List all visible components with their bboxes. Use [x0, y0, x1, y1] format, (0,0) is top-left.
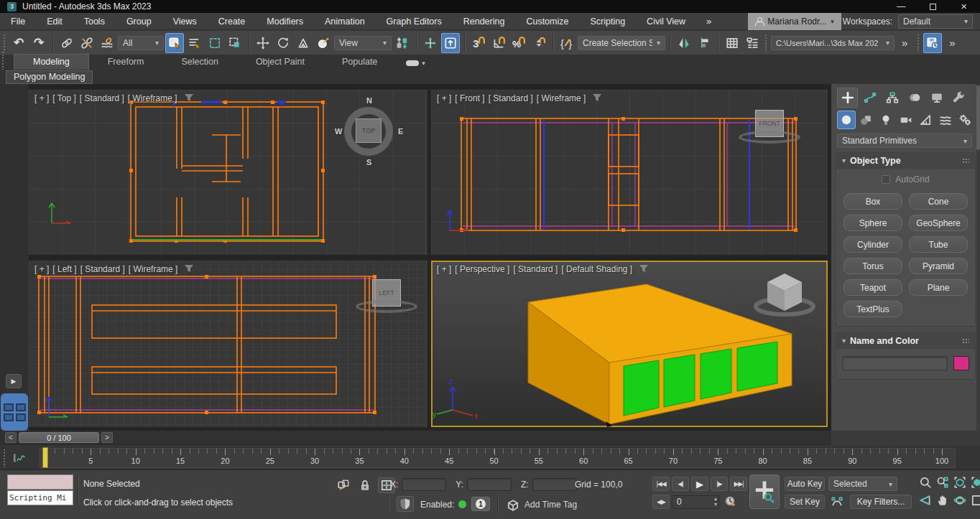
undo-button[interactable]: ↶ — [9, 33, 28, 53]
auto-key-toggle[interactable]: Auto Key — [785, 477, 825, 491]
zoom-extents-all-button[interactable] — [969, 474, 980, 491]
name-color-rollout-header[interactable]: ▾ Name and Color — [836, 333, 975, 349]
viewport-top[interactable]: [ + ] [ Top ] [ Standard ] [ Wireframe ] — [29, 90, 427, 255]
object-type-tube-button[interactable]: Tube — [909, 236, 968, 253]
vp-front-menu-pov[interactable]: [ Front ] — [455, 93, 484, 103]
select-by-name-button[interactable] — [185, 33, 204, 53]
viewport-layout-expand-button[interactable]: ▶ — [6, 374, 22, 388]
rectangular-selection-region-button[interactable] — [205, 33, 224, 53]
toolbar-overflow-chevron[interactable]: » — [896, 37, 914, 49]
use-pivot-point-center-button[interactable] — [393, 33, 412, 53]
viewport-front[interactable]: [ + ] [ Front ] [ Standard ] [ Wireframe… — [431, 90, 828, 255]
mirror-button[interactable] — [675, 33, 693, 53]
toolbar-overflow-chevron[interactable]: » — [943, 37, 961, 49]
object-type-teapot-button[interactable]: Teapot — [843, 279, 902, 296]
maximize-button[interactable] — [930, 4, 936, 10]
vp-front-menu-renderer[interactable]: [ Standard ] — [489, 93, 533, 103]
zoom-button[interactable] — [917, 474, 933, 491]
angle-snap-toggle[interactable] — [489, 33, 508, 53]
y-coordinate-input[interactable] — [467, 478, 512, 491]
spinner-snap-toggle[interactable] — [530, 33, 548, 53]
previous-frame-button[interactable]: < — [5, 432, 17, 443]
vp-top-menu-general[interactable]: [ + ] — [34, 93, 49, 103]
subtab-helpers[interactable] — [916, 111, 935, 129]
unlink-icon[interactable] — [78, 33, 96, 53]
select-and-move-button[interactable] — [254, 33, 272, 53]
filter-funnel-icon[interactable] — [592, 93, 602, 102]
bind-to-spacewarp-icon[interactable] — [98, 33, 116, 53]
vp-top-menu-renderer[interactable]: [ Standard ] — [80, 93, 124, 103]
top-viewcube[interactable]: TOP N S E W — [334, 97, 406, 169]
vp-persp-menu-shading[interactable]: [ Default Shading ] — [561, 264, 632, 274]
object-type-geosphere-button[interactable]: GeoSphere — [909, 215, 968, 231]
menu-item-graph-editors[interactable]: Graph Editors — [376, 13, 453, 30]
subtab-lights[interactable] — [877, 111, 895, 129]
select-link-icon[interactable] — [57, 33, 76, 53]
object-type-textplus-button[interactable]: TextPlus — [843, 301, 902, 317]
select-object-button[interactable] — [165, 33, 184, 53]
workspace-combo[interactable]: Default▾ — [898, 14, 973, 29]
isolate-selection-toggle[interactable] — [335, 477, 352, 493]
vp-front-menu-shading[interactable]: [ Wireframe ] — [537, 93, 586, 103]
vp-persp-menu-general[interactable]: [ + ] — [437, 264, 451, 274]
zoom-all-button[interactable] — [934, 474, 951, 491]
selected-key-mode-combo[interactable]: Selected▾ — [828, 477, 897, 491]
edit-named-selection-sets-button[interactable]: {} — [558, 33, 576, 53]
project-folder-combo[interactable]: C:\Users\Mari...\3ds Max 202▾ — [771, 36, 895, 50]
current-frame-input[interactable]: 0 ▴▾ — [672, 495, 719, 509]
menu-item-modifiers[interactable]: Modifiers — [256, 13, 314, 30]
save-scene-increment-button[interactable] — [923, 33, 942, 53]
object-type-sphere-button[interactable]: Sphere — [843, 215, 902, 231]
toggle-layer-explorer-button[interactable] — [743, 33, 762, 53]
tab-hierarchy[interactable] — [882, 88, 902, 108]
tab-motion[interactable] — [904, 88, 925, 108]
vp-left-menu-renderer[interactable]: [ Standard ] — [80, 264, 125, 274]
set-keys-button[interactable] — [749, 474, 780, 509]
filter-funnel-icon[interactable] — [639, 264, 649, 273]
object-name-input[interactable] — [842, 356, 948, 370]
ribbon-minimize-button[interactable]: ▾ — [406, 60, 425, 70]
menu-overflow-chevron[interactable]: » — [696, 16, 722, 27]
select-and-scale-button[interactable] — [294, 33, 313, 53]
subtab-cameras[interactable] — [897, 111, 915, 129]
subtab-spacewarps[interactable] — [936, 111, 955, 129]
primitive-category-combo[interactable]: Standard Primitives▾ — [837, 134, 972, 148]
time-tag-cube-icon[interactable] — [504, 497, 522, 513]
user-account-menu[interactable]: Mariana Rodr... ▾ — [748, 13, 841, 30]
adaptive-degradation-toggle[interactable] — [397, 496, 414, 512]
select-and-rotate-button[interactable] — [274, 33, 292, 53]
tab-create[interactable] — [837, 88, 858, 108]
autogrid-checkbox[interactable] — [882, 175, 890, 184]
object-type-plane-button[interactable]: Plane — [909, 279, 968, 296]
command-panel-scrollbar[interactable] — [976, 84, 980, 431]
viewport-left[interactable]: [ + ] [ Left ] [ Standard ] [ Wireframe … — [29, 261, 427, 427]
vp-front-menu-general[interactable]: [ + ] — [437, 93, 451, 103]
current-frame-marker[interactable] — [42, 447, 48, 468]
redo-button[interactable]: ↷ — [29, 33, 48, 53]
vp-top-menu-pov[interactable]: [ Top ] — [52, 93, 75, 103]
snap-toggle-3d-button[interactable]: 3 — [469, 33, 488, 53]
subtab-geometry[interactable] — [837, 111, 856, 129]
vp-top-menu-shading[interactable]: [ Wireframe ] — [128, 93, 177, 103]
object-type-torus-button[interactable]: Torus — [843, 258, 902, 274]
toolbar-drag-handle[interactable] — [917, 34, 920, 52]
front-viewcube[interactable]: FRONT — [739, 110, 800, 144]
toolbar-drag-handle[interactable] — [3, 34, 6, 52]
previous-frame-playback-button[interactable]: ◀| — [672, 477, 689, 491]
maximize-viewport-toggle[interactable] — [969, 492, 980, 509]
menu-item-edit[interactable]: Edit — [36, 13, 73, 30]
menu-item-customize[interactable]: Customize — [515, 13, 579, 30]
set-key-toggle[interactable]: Set Key — [785, 495, 825, 509]
key-filters-button[interactable]: Key Filters... — [850, 495, 912, 509]
select-and-manipulate-button[interactable] — [421, 33, 440, 53]
toolbar-drag-handle[interactable] — [764, 34, 768, 52]
toggle-scene-explorer-button[interactable] — [723, 33, 741, 53]
tab-utilities[interactable] — [948, 88, 969, 108]
select-and-place-button[interactable] — [314, 33, 333, 53]
reference-coordinate-combo[interactable]: View▾ — [334, 36, 392, 50]
ribbon-tab-populate[interactable]: Populate — [323, 55, 396, 70]
active-viewport-badge[interactable]: 1 — [471, 497, 490, 511]
zoom-extents-button[interactable] — [951, 474, 968, 491]
maxscript-mini-listener[interactable]: Scripting Mi — [7, 490, 73, 505]
goto-end-button[interactable]: ▶▶| — [730, 477, 747, 491]
